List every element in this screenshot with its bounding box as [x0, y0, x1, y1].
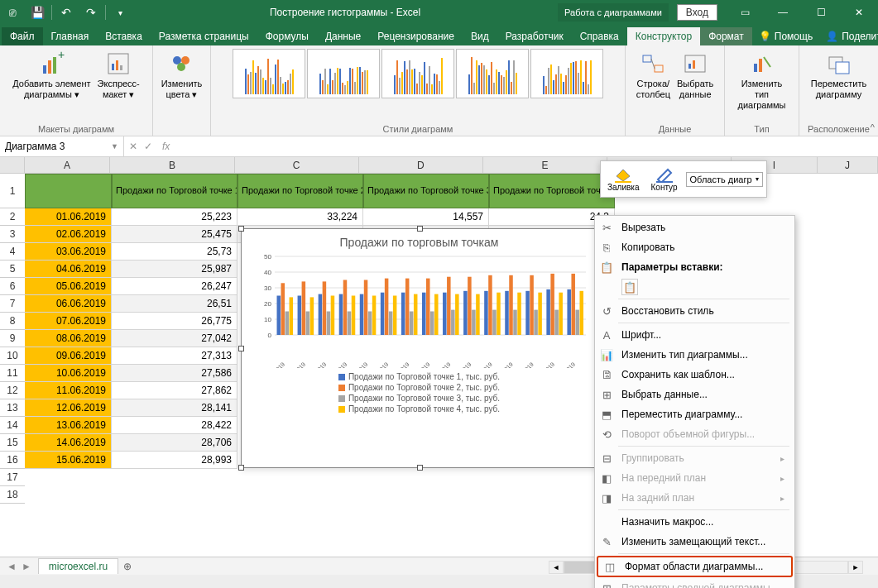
col-header[interactable]: E — [483, 157, 607, 173]
autosave-icon[interactable]: ⎚ — [0, 0, 25, 25]
maximize-icon[interactable]: ☐ — [802, 0, 840, 25]
minimize-icon[interactable]: — — [764, 0, 802, 25]
select-data-button[interactable]: Выбрать данные — [674, 49, 717, 102]
value-cell[interactable]: 33,224 — [237, 208, 363, 226]
value-cell[interactable]: 25,987 — [112, 261, 237, 278]
date-cell[interactable]: 15.06.2019 — [25, 452, 112, 469]
prev-sheet-icon[interactable]: ◄ — [7, 561, 17, 572]
embedded-chart[interactable]: Продажи по торговым точкам 0102030405001… — [241, 228, 597, 468]
date-cell[interactable]: 09.06.2019 — [25, 347, 112, 365]
ctx-format-chart-area[interactable]: ◫Формат области диаграммы... — [597, 556, 793, 577]
next-sheet-icon[interactable]: ► — [22, 561, 31, 572]
value-cell[interactable]: 27,313 — [112, 347, 237, 365]
ctx-paste-btn[interactable]: 📋 — [595, 277, 794, 297]
tab-home[interactable]: Главная — [43, 27, 98, 45]
move-chart-button[interactable]: Переместить диаграмму — [808, 49, 870, 102]
value-cell[interactable]: 28,993 — [112, 452, 237, 469]
tab-formulas[interactable]: Формулы — [257, 27, 317, 45]
row-header[interactable]: 7 — [0, 295, 25, 313]
name-box[interactable]: Диаграмма 3▼ — [0, 136, 124, 156]
value-cell[interactable]: 25,223 — [112, 208, 237, 226]
change-chart-type-button[interactable]: Изменить тип диаграммы — [730, 49, 794, 113]
tab-data[interactable]: Данные — [317, 27, 369, 45]
fill-button[interactable]: Заливка — [604, 165, 643, 194]
value-cell[interactable]: 25,475 — [112, 226, 237, 243]
value-cell[interactable]: 28,141 — [112, 399, 237, 417]
style-thumb[interactable] — [530, 49, 603, 98]
col-header[interactable]: J — [818, 157, 878, 173]
add-chart-element-button[interactable]: + Добавить элемент диаграммы ▾ — [9, 49, 94, 102]
style-thumb[interactable] — [233, 49, 305, 98]
date-cell[interactable]: 13.06.2019 — [25, 417, 112, 434]
new-sheet-icon[interactable]: ⊕ — [118, 561, 137, 572]
undo-icon[interactable]: ↶ — [54, 0, 79, 25]
header-cell[interactable]: Продажи по Торговой точке 2, тыс. руб. — [237, 174, 363, 208]
chart-title[interactable]: Продажи по торговым точкам — [242, 229, 597, 252]
col-header[interactable]: A — [25, 157, 111, 173]
style-thumb[interactable] — [381, 49, 454, 98]
chart-element-dropdown[interactable]: Область диагр▾ — [686, 172, 763, 187]
select-all-corner[interactable] — [0, 157, 25, 174]
chart-styles-gallery[interactable] — [233, 49, 603, 105]
ctx-reset-style[interactable]: ↺Восстановить стиль — [595, 301, 794, 321]
value-cell[interactable]: 26,247 — [112, 278, 237, 295]
date-cell[interactable]: 08.06.2019 — [25, 330, 112, 347]
header-cell[interactable] — [25, 174, 112, 208]
scroll-left-icon[interactable]: ◄ — [549, 561, 564, 574]
style-thumb[interactable] — [307, 49, 380, 98]
date-cell[interactable]: 11.06.2019 — [25, 382, 112, 399]
row-header[interactable]: 12 — [0, 382, 25, 399]
value-cell[interactable]: 14,557 — [363, 208, 489, 226]
ctx-change-chart-type[interactable]: 📊Изменить тип диаграммы... — [595, 345, 794, 365]
save-icon[interactable]: 💾 — [25, 0, 50, 25]
value-cell[interactable]: 27,042 — [112, 330, 237, 347]
value-cell[interactable]: 27,862 — [112, 382, 237, 399]
row-header[interactable]: 8 — [0, 313, 25, 330]
row-header[interactable]: 2 — [0, 208, 25, 226]
row-header[interactable]: 5 — [0, 261, 25, 278]
value-cell[interactable]: 25,73 — [112, 243, 237, 261]
chart-legend[interactable]: Продажи по Торговой точке 1, тыс. руб.Пр… — [242, 368, 597, 418]
qat-customize-icon[interactable]: ▾ — [108, 0, 132, 25]
row-header[interactable]: 16 — [0, 452, 25, 469]
header-cell[interactable]: Продажи по Торговой точке 1, тыс. руб. — [112, 174, 237, 208]
ctx-assign-macro[interactable]: Назначить макрос... — [595, 512, 794, 532]
scroll-right-icon[interactable]: ► — [848, 561, 863, 574]
date-cell[interactable]: 05.06.2019 — [25, 278, 112, 295]
row-header[interactable]: 1 — [0, 174, 25, 208]
tab-help[interactable]: Справка — [572, 27, 627, 45]
sheet-tab[interactable]: microexcel.ru — [38, 558, 118, 574]
row-header[interactable]: 3 — [0, 226, 25, 243]
share-button[interactable]: 👤Поделиться — [819, 27, 878, 45]
row-header[interactable]: 18 — [0, 486, 25, 504]
date-cell[interactable]: 10.06.2019 — [25, 365, 112, 382]
ctx-copy[interactable]: ⎘Копировать — [595, 237, 794, 257]
collapse-ribbon-icon[interactable]: ^ — [871, 122, 875, 132]
tab-chart-design[interactable]: Конструктор — [627, 27, 700, 45]
row-header[interactable]: 10 — [0, 347, 25, 365]
row-header[interactable]: 6 — [0, 278, 25, 295]
row-header[interactable]: 9 — [0, 330, 25, 347]
fx-icon[interactable]: fx — [159, 141, 173, 152]
ctx-select-data[interactable]: ⊞Выбрать данные... — [595, 385, 794, 404]
value-cell[interactable]: 27,586 — [112, 365, 237, 382]
value-cell[interactable]: 28,706 — [112, 434, 237, 452]
row-header[interactable]: 11 — [0, 365, 25, 382]
row-header[interactable]: 4 — [0, 243, 25, 261]
tell-me[interactable]: 💡Помощь — [752, 27, 819, 45]
date-cell[interactable]: 07.06.2019 — [25, 313, 112, 330]
tab-developer[interactable]: Разработчик — [497, 27, 572, 45]
date-cell[interactable]: 01.06.2019 — [25, 208, 112, 226]
date-cell[interactable]: 12.06.2019 — [25, 399, 112, 417]
close-icon[interactable]: ✕ — [840, 0, 878, 25]
col-header[interactable]: C — [235, 157, 359, 173]
date-cell[interactable]: 02.06.2019 — [25, 226, 112, 243]
tab-file[interactable]: Файл — [2, 27, 43, 45]
ctx-font[interactable]: AШрифт... — [595, 325, 794, 345]
header-cell[interactable]: Продажи по Торговой точке 4, тыс. руб. — [489, 174, 615, 208]
change-colors-button[interactable]: Изменить цвета ▾ — [158, 49, 206, 102]
ctx-cut[interactable]: ✂Вырезать — [595, 218, 794, 237]
col-header[interactable]: B — [110, 157, 234, 173]
redo-icon[interactable]: ↷ — [79, 0, 103, 25]
row-header[interactable]: 14 — [0, 417, 25, 434]
